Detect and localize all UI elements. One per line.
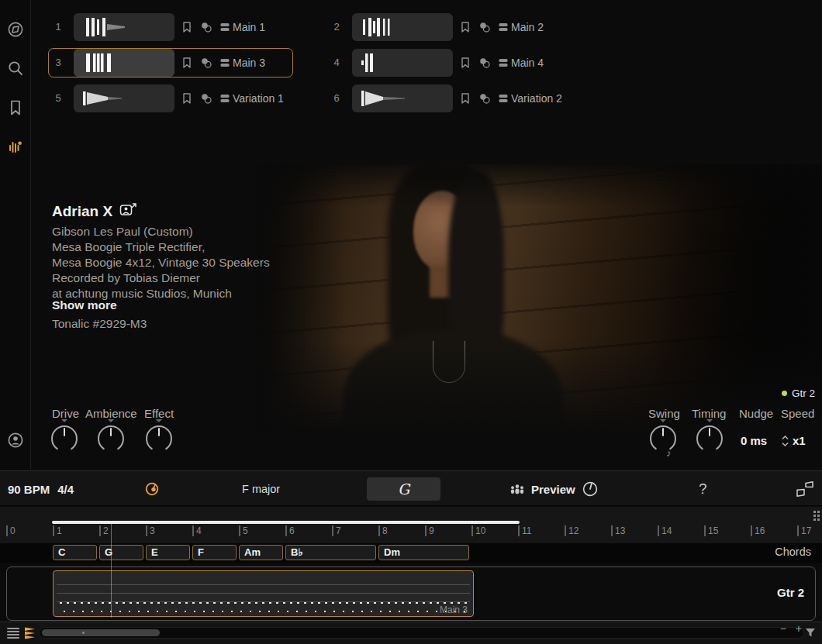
arranger-track-lane[interactable]: Main 3 Gtr 2	[6, 567, 816, 621]
ruler-tick: 1	[53, 525, 62, 536]
key-display[interactable]: F major	[242, 471, 280, 507]
variants-icon[interactable]	[199, 91, 213, 105]
chord-block[interactable]: F	[192, 545, 237, 560]
metronome-icon[interactable]	[145, 482, 159, 496]
ruler-tick: 3	[146, 525, 155, 536]
knob-marker-icon	[61, 419, 67, 422]
visible-range-bar[interactable]	[52, 521, 520, 524]
notation-preview	[57, 573, 470, 613]
bookmark-icon[interactable]	[458, 91, 472, 105]
bpm-value[interactable]: 90 BPM	[8, 483, 50, 496]
horizontal-scrollbar[interactable]	[39, 627, 804, 639]
photo-vignette	[256, 164, 822, 432]
bookmark-icon[interactable]	[458, 56, 472, 70]
drive-knob[interactable]	[49, 419, 80, 455]
show-more-link[interactable]: Show more	[52, 298, 117, 312]
pattern-slot-selected[interactable]: 3 Main 3	[47, 49, 295, 77]
help-button[interactable]: ?	[699, 471, 707, 507]
effect-knob[interactable]	[143, 419, 174, 455]
chord-block[interactable]: Am	[239, 545, 283, 560]
artist-profile-icon[interactable]	[119, 202, 138, 220]
swing-knob[interactable]	[648, 419, 679, 455]
tempo-display[interactable]: 90 BPM 4/4	[8, 471, 74, 507]
bookmark-icon[interactable]	[6, 98, 25, 117]
bookmark-icon[interactable]	[180, 20, 194, 34]
layers-icon[interactable]	[218, 56, 232, 70]
clip-label: Main 3	[440, 604, 468, 615]
variants-icon[interactable]	[478, 91, 492, 105]
variants-icon[interactable]	[199, 20, 213, 34]
zoom-in-button[interactable]: +	[796, 622, 802, 634]
pattern-label[interactable]: Variation 2	[511, 92, 562, 105]
variants-icon[interactable]	[199, 56, 213, 70]
variants-icon[interactable]	[478, 20, 492, 34]
time-signature[interactable]: 4/4	[57, 483, 74, 496]
artist-name-row: Adrian X	[52, 202, 138, 220]
layers-icon[interactable]	[496, 91, 510, 105]
search-icon[interactable]	[6, 59, 25, 77]
waveform-thumbnail[interactable]	[74, 84, 174, 112]
ruler-options-icon[interactable]	[813, 510, 820, 522]
waveform-thumbnail[interactable]	[352, 49, 453, 77]
pattern-slot[interactable]: 1 Main 1	[47, 13, 295, 41]
layers-icon[interactable]	[218, 20, 232, 34]
pattern-clip[interactable]: Main 3	[53, 570, 474, 617]
gear-line: Mesa Boogie 4x12, Vintage 30 Speakers	[52, 255, 270, 270]
waveform-thumbnail[interactable]	[352, 13, 453, 41]
recorded-line: Recorded by Tobias Diemer	[52, 270, 232, 286]
timeline-ruler[interactable]: 01234567891011121314151617	[0, 507, 822, 543]
strum-view-icon[interactable]	[24, 627, 36, 639]
timing-knob[interactable]	[694, 419, 725, 455]
pattern-label[interactable]: Main 2	[511, 21, 544, 33]
ruler-tick: 7	[332, 525, 341, 536]
variants-icon[interactable]	[478, 56, 492, 70]
waveform-thumbnail[interactable]	[352, 84, 453, 112]
pattern-label[interactable]: Main 3	[233, 57, 265, 69]
pattern-label[interactable]: Variation 1	[233, 92, 284, 105]
swing-knob-label: Swing	[648, 407, 680, 420]
pattern-number: 1	[51, 21, 65, 33]
pattern-slot[interactable]: 5 Variation 1	[47, 84, 295, 112]
layers-icon[interactable]	[496, 56, 510, 70]
zoom-out-button[interactable]: −	[780, 622, 786, 634]
cabinet-icon[interactable]	[796, 480, 814, 498]
filter-icon[interactable]	[805, 628, 816, 639]
bookmark-icon[interactable]	[180, 56, 194, 70]
waveform-icon[interactable]	[6, 138, 25, 157]
ambience-knob[interactable]	[95, 419, 126, 455]
bookmark-icon[interactable]	[458, 20, 472, 34]
layers-icon[interactable]	[496, 20, 510, 34]
ruler-tick: 0	[6, 525, 16, 536]
chord-block[interactable]: G	[99, 545, 143, 560]
chord-block[interactable]: Dm	[378, 545, 469, 560]
speed-stepper[interactable]: x1	[782, 434, 806, 447]
chord-track-label: Chords	[775, 546, 811, 558]
transport-bar: 90 BPM 4/4 F major G Preview ?	[0, 470, 822, 506]
chord-block[interactable]: E	[146, 545, 190, 560]
pattern-label[interactable]: Main 1	[233, 21, 265, 33]
artist-name: Adrian X	[52, 203, 112, 220]
list-view-icon[interactable]	[7, 628, 21, 639]
ruler-tick: 16	[751, 525, 765, 536]
waveform-thumbnail[interactable]	[74, 49, 174, 77]
ambience-knob-label: Ambience	[85, 407, 137, 420]
pattern-slot[interactable]: 6 Variation 2	[325, 84, 573, 112]
preview-button[interactable]: Preview	[509, 471, 599, 507]
account-icon[interactable]	[6, 431, 25, 449]
pattern-slot[interactable]: 2 Main 2	[325, 13, 573, 41]
pattern-column-left: 1 Main 1 3 Main 3 5	[47, 13, 295, 120]
artist-photo	[256, 164, 822, 432]
pattern-slot[interactable]: 4 Main 4	[325, 49, 573, 77]
ruler-tick: 2	[99, 525, 109, 536]
chord-block[interactable]: B♭	[285, 545, 376, 560]
chord-block[interactable]: C	[53, 545, 97, 560]
playhead[interactable]	[111, 524, 112, 618]
compass-icon[interactable]	[6, 20, 25, 39]
nudge-value[interactable]: 0 ms	[741, 434, 767, 447]
pattern-label[interactable]: Main 4	[511, 57, 544, 69]
layers-icon[interactable]	[218, 91, 232, 105]
scrollbar-thumb[interactable]	[42, 629, 160, 636]
track-name: Gtr 2	[777, 586, 804, 599]
waveform-thumbnail[interactable]	[74, 13, 174, 41]
bookmark-icon[interactable]	[180, 91, 194, 105]
